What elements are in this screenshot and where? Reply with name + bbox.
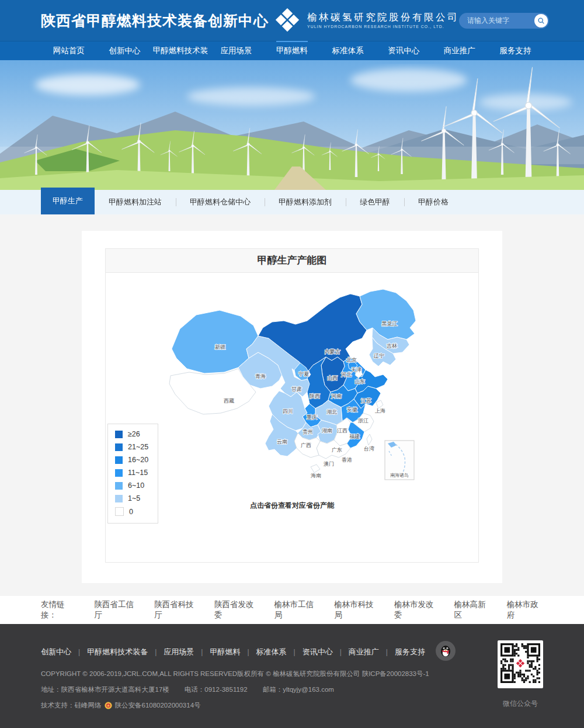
phone-text: 电话：0912-3851192: [185, 685, 248, 694]
legend-label: 11~15: [128, 469, 148, 477]
friend-link-6[interactable]: 榆林高新区: [454, 599, 491, 620]
hero-banner: [0, 60, 584, 190]
footer-separator: |: [247, 648, 249, 656]
company-name: 榆林碳氢研究院股份有限公司: [307, 11, 459, 23]
subnav-tab-5[interactable]: 甲醇价格: [404, 190, 463, 214]
friend-link-7[interactable]: 榆林市政府: [507, 599, 543, 620]
province-label-河南: 河南: [331, 393, 342, 399]
province-label-上海: 上海: [375, 408, 385, 414]
police-number-link[interactable]: 陕公安备61080202000314号: [115, 701, 201, 710]
legend-item: ≥26: [115, 430, 148, 438]
subnav-tab-4[interactable]: 绿色甲醇: [346, 190, 404, 214]
subnav-tab-1[interactable]: 甲醇燃料加注站: [95, 190, 176, 214]
subnav-tab-3[interactable]: 甲醇燃料添加剂: [265, 190, 346, 214]
site-footer: 创新中心|甲醇燃料技术装备|应用场景|甲醇燃料|标准体系|资讯中心|商业推广|服…: [0, 624, 584, 728]
site-header: 陕西省甲醇燃料技术装备创新中心 榆林碳氢研究院股份有限公司 YULIN HYDR…: [0, 0, 584, 60]
china-capacity-map[interactable]: 南海诸岛新疆西藏青海甘肃内蒙古黑龙江吉林辽宁河北山西山东宁夏陕西河南江苏安徽上海…: [164, 288, 420, 493]
subnav-tab-0[interactable]: 甲醇生产: [41, 188, 95, 214]
map-legend: ≥2621~2516~2011~156~101~50: [107, 424, 158, 524]
footer-link-2[interactable]: 应用场景: [164, 647, 194, 657]
wind-farm-photo: [0, 60, 584, 190]
company-block: 榆林碳氢研究院股份有限公司 YULIN HYDROCARBON RESEARCH…: [307, 11, 459, 29]
nav-item-4[interactable]: 甲醇燃料: [264, 41, 320, 60]
email-text: 邮箱：yltqyjy@163.com: [263, 685, 334, 694]
province-label-辽宁: 辽宁: [374, 353, 384, 359]
legend-swatch: [115, 443, 123, 451]
site-title: 陕西省甲醇燃料技术装备创新中心: [41, 11, 269, 30]
legend-item: 1~5: [115, 494, 148, 502]
province-label-澳门: 澳门: [324, 461, 334, 467]
footer-link-6[interactable]: 商业推广: [349, 647, 379, 657]
nav-item-6[interactable]: 资讯中心: [376, 41, 432, 60]
search-box: [459, 13, 549, 29]
legend-label: 0: [129, 508, 133, 516]
footer-link-5[interactable]: 资讯中心: [303, 647, 333, 657]
wechat-qr-label: 微信公众号: [498, 699, 543, 709]
footer-link-4[interactable]: 标准体系: [256, 647, 287, 657]
legend-item: 16~20: [115, 456, 148, 464]
province-label-湖北: 湖北: [326, 409, 337, 415]
friend-link-1[interactable]: 陕西省科技厅: [154, 599, 198, 620]
police-badge-icon: [105, 702, 112, 709]
nav-item-0[interactable]: 网站首页: [41, 41, 97, 60]
friend-link-2[interactable]: 陕西省发改委: [214, 599, 258, 620]
friend-links-bar: 友情链接： 陕西省工信厅陕西省科技厅陕西省发改委榆林市工信局榆林市科技局榆林市发…: [0, 596, 584, 624]
province-label-天津: 天津: [351, 367, 361, 373]
footer-separator: |: [294, 648, 296, 656]
province-label-海南: 海南: [311, 473, 321, 479]
province-label-山东: 山东: [354, 379, 365, 384]
province-label-江苏: 江苏: [361, 398, 371, 404]
province-label-宁夏: 宁夏: [298, 371, 309, 377]
search-button[interactable]: [534, 14, 548, 27]
nav-item-1[interactable]: 创新中心: [97, 41, 153, 60]
friend-link-4[interactable]: 榆林市科技局: [334, 599, 378, 620]
main-nav: 网站首页创新中心甲醇燃料技术装备应用场景甲醇燃料标准体系资讯中心商业推广服务支持: [0, 41, 584, 60]
nav-item-2[interactable]: 甲醇燃料技术装备: [152, 41, 208, 60]
province-台湾[interactable]: [367, 434, 372, 445]
province-label-吉林: 吉林: [387, 343, 397, 349]
company-logo-icon: [274, 8, 300, 33]
province-label-台湾: 台湾: [364, 446, 374, 452]
friend-links-label: 友情链接：: [41, 599, 78, 620]
legend-item: 21~25: [115, 443, 148, 451]
legend-item: 11~15: [115, 469, 148, 477]
province-海南[interactable]: [311, 464, 320, 473]
legend-label: 21~25: [128, 443, 148, 451]
friend-link-5[interactable]: 榆林市发改委: [394, 599, 438, 620]
qq-icon[interactable]: [436, 641, 456, 663]
legend-label: 6~10: [128, 481, 144, 490]
footer-separator: |: [201, 648, 203, 656]
support-line: 技术支持：硅峰网络 陕公安备61080202000314号: [41, 701, 543, 710]
footer-link-0[interactable]: 创新中心: [41, 647, 71, 657]
nav-item-3[interactable]: 应用场景: [208, 41, 265, 60]
map-caption: 点击省份查看对应省份产能: [106, 501, 478, 511]
province-label-新疆: 新疆: [215, 344, 225, 350]
province-label-贵州: 贵州: [303, 429, 313, 435]
province-上海[interactable]: [376, 400, 383, 408]
friend-link-0[interactable]: 陕西省工信厅: [95, 599, 138, 620]
subnav-tab-2[interactable]: 甲醇燃料仓储中心: [176, 190, 265, 214]
province-label-山西: 山西: [327, 375, 338, 381]
nav-item-7[interactable]: 商业推广: [432, 41, 488, 60]
province-label-四川: 四川: [283, 408, 293, 414]
footer-link-3[interactable]: 甲醇燃料: [210, 647, 240, 657]
legend-label: 16~20: [128, 456, 148, 464]
nav-item-5[interactable]: 标准体系: [320, 41, 376, 60]
map-panel: 甲醇生产产能图 ≥2621~2516~2011~156~101~50 南海诸岛新…: [105, 248, 479, 563]
friend-link-3[interactable]: 榆林市工信局: [274, 599, 318, 620]
footer-link-7[interactable]: 服务支持: [395, 647, 425, 657]
wechat-qr-code: [498, 640, 543, 688]
province-label-安徽: 安徽: [347, 407, 357, 412]
nav-item-8[interactable]: 服务支持: [488, 41, 544, 60]
company-name-en: YULIN HYDROCARBON RESEARCH INSTITUTE CO.…: [307, 25, 459, 29]
province-label-香港: 香港: [342, 457, 352, 463]
qr-center-logo: [516, 659, 525, 668]
province-label-陕西: 陕西: [310, 393, 320, 399]
footer-link-1[interactable]: 甲醇燃料技术装备: [87, 647, 148, 657]
subnav: 甲醇生产甲醇燃料加注站甲醇燃料仓储中心甲醇燃料添加剂绿色甲醇甲醇价格: [0, 190, 584, 214]
legend-swatch: [115, 469, 123, 477]
province-label-青海: 青海: [255, 373, 266, 379]
address-text: 地址：陕西省榆林市开源大道高科大厦17楼: [41, 685, 169, 694]
support-text: 技术支持：硅峰网络: [41, 701, 102, 710]
province-label-甘肃: 甘肃: [291, 386, 302, 392]
